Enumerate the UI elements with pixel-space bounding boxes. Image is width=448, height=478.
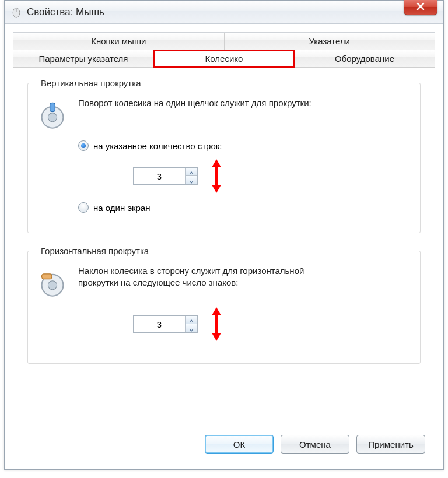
mouse-icon	[10, 6, 22, 18]
chars-input[interactable]	[134, 316, 185, 332]
lines-input[interactable]	[134, 168, 185, 184]
tabs-row-2: Параметры указателя Колесико Оборудовани…	[13, 50, 435, 68]
tab-hardware[interactable]: Оборудование	[295, 50, 435, 67]
window-title: Свойства: Мышь	[27, 6, 104, 18]
vertical-scroll-group: Вертикальная прокрутка Поворот колесика …	[27, 78, 421, 233]
radio-screen-label: на один экран	[93, 203, 150, 213]
svg-point-5	[48, 281, 57, 290]
tab-buttons[interactable]: Кнопки мыши	[13, 33, 225, 50]
radio-lines-label: на указанное количество строк:	[93, 141, 222, 151]
close-button[interactable]	[404, 0, 438, 15]
tab-content: Вертикальная прокрутка Поворот колесика …	[13, 68, 435, 429]
wheel-horizontal-icon	[37, 268, 68, 298]
vertical-desc: Поворот колесика на один щелчок служит д…	[78, 97, 411, 109]
vertical-legend: Вертикальная прокрутка	[37, 78, 144, 88]
lines-spin-down[interactable]	[186, 176, 197, 184]
annotation-arrow-vertical	[208, 158, 225, 194]
apply-button[interactable]: Применить	[356, 435, 425, 454]
horizontal-desc: Наклон колесика в сторону служит для гор…	[78, 265, 323, 289]
lines-spinner	[133, 167, 198, 185]
chars-spin-down[interactable]	[186, 324, 197, 332]
annotation-arrow-horizontal	[208, 306, 225, 342]
radio-screen[interactable]	[78, 202, 89, 213]
ok-button[interactable]: ОК	[205, 435, 274, 454]
radio-lines[interactable]	[78, 140, 89, 151]
svg-point-3	[48, 113, 57, 122]
dialog-body: Кнопки мыши Указатели Параметры указател…	[13, 32, 435, 463]
radio-row-lines: на указанное количество строк:	[78, 140, 411, 151]
cancel-button[interactable]: Отмена	[281, 435, 349, 454]
horizontal-legend: Горизонтальная прокрутка	[37, 246, 152, 256]
tabs-row-1: Кнопки мыши Указатели	[13, 33, 435, 50]
tab-pointers[interactable]: Указатели	[225, 33, 435, 50]
horizontal-scroll-group: Горизонтальная прокрутка Наклон колесика…	[27, 246, 421, 364]
chevron-down-icon	[189, 175, 194, 185]
chars-spinner	[133, 315, 198, 333]
close-icon	[416, 2, 425, 13]
mouse-properties-window: Свойства: Мышь Кнопки мыши Указатели Пар…	[4, 0, 444, 470]
title-bar: Свойства: Мышь	[5, 1, 443, 24]
dialog-footer: ОК Отмена Применить	[13, 429, 435, 463]
tab-pointer-options[interactable]: Параметры указателя	[13, 50, 154, 67]
chevron-down-icon	[189, 324, 194, 333]
tab-wheel[interactable]: Колесико	[154, 50, 295, 67]
radio-row-screen: на один экран	[78, 202, 411, 213]
wheel-vertical-icon	[37, 100, 68, 130]
